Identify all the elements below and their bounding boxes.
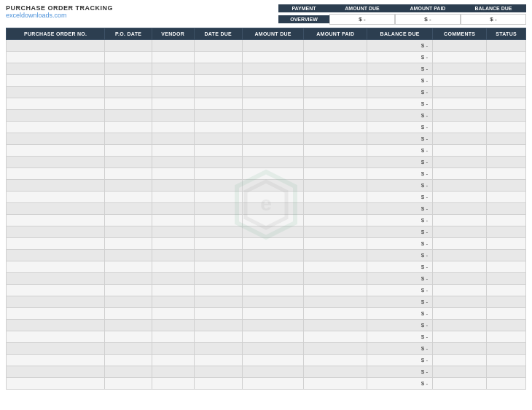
table-cell[interactable]	[105, 122, 152, 133]
table-cell[interactable]	[152, 215, 194, 226]
table-row[interactable]: $ -	[7, 273, 526, 285]
table-cell[interactable]	[194, 52, 242, 63]
table-cell[interactable]	[7, 63, 105, 75]
table-cell[interactable]: $ -	[367, 320, 433, 331]
table-row[interactable]: $ -	[7, 157, 526, 168]
table-cell[interactable]	[304, 145, 367, 157]
table-cell[interactable]: $ -	[367, 261, 433, 273]
table-cell[interactable]: $ -	[367, 285, 433, 296]
table-row[interactable]: $ -	[7, 87, 526, 98]
table-cell[interactable]	[194, 378, 242, 390]
table-cell[interactable]	[105, 343, 152, 355]
table-row[interactable]: $ -	[7, 98, 526, 110]
table-row[interactable]: $ -	[7, 296, 526, 308]
table-cell[interactable]	[433, 238, 487, 250]
table-cell[interactable]	[152, 378, 194, 390]
table-cell[interactable]: $ -	[367, 87, 433, 98]
table-cell[interactable]	[304, 250, 367, 261]
table-cell[interactable]	[433, 168, 487, 180]
table-cell[interactable]	[7, 87, 105, 98]
table-cell[interactable]	[304, 122, 367, 133]
table-cell[interactable]: $ -	[367, 215, 433, 226]
table-cell[interactable]	[7, 157, 105, 168]
table-cell[interactable]	[487, 110, 526, 122]
table-row[interactable]: $ -	[7, 40, 526, 52]
table-cell[interactable]: $ -	[367, 355, 433, 366]
table-cell[interactable]	[487, 133, 526, 145]
table-cell[interactable]	[487, 378, 526, 390]
table-cell[interactable]	[7, 366, 105, 378]
table-row[interactable]: $ -	[7, 133, 526, 145]
table-cell[interactable]	[242, 180, 303, 192]
table-cell[interactable]	[194, 296, 242, 308]
table-cell[interactable]: $ -	[367, 145, 433, 157]
table-cell[interactable]	[304, 331, 367, 343]
table-cell[interactable]	[304, 215, 367, 226]
table-cell[interactable]	[105, 110, 152, 122]
table-cell[interactable]	[304, 98, 367, 110]
table-cell[interactable]	[242, 238, 303, 250]
table-cell[interactable]	[242, 343, 303, 355]
table-cell[interactable]	[152, 203, 194, 215]
table-cell[interactable]	[194, 250, 242, 261]
table-cell[interactable]	[105, 320, 152, 331]
table-cell[interactable]	[242, 226, 303, 238]
table-cell[interactable]	[487, 87, 526, 98]
table-cell[interactable]	[433, 157, 487, 168]
table-cell[interactable]	[194, 261, 242, 273]
table-cell[interactable]	[7, 122, 105, 133]
table-cell[interactable]	[487, 285, 526, 296]
table-cell[interactable]	[105, 226, 152, 238]
table-cell[interactable]	[242, 40, 303, 52]
table-cell[interactable]	[433, 331, 487, 343]
table-cell[interactable]	[487, 355, 526, 366]
table-cell[interactable]	[7, 343, 105, 355]
table-cell[interactable]	[152, 63, 194, 75]
table-cell[interactable]	[105, 75, 152, 87]
table-cell[interactable]	[194, 110, 242, 122]
table-cell[interactable]	[242, 331, 303, 343]
table-row[interactable]: $ -	[7, 320, 526, 331]
table-cell[interactable]	[242, 87, 303, 98]
table-cell[interactable]	[304, 157, 367, 168]
table-cell[interactable]	[194, 122, 242, 133]
table-cell[interactable]	[242, 63, 303, 75]
table-cell[interactable]	[304, 110, 367, 122]
table-cell[interactable]	[7, 133, 105, 145]
table-cell[interactable]	[433, 261, 487, 273]
table-cell[interactable]	[433, 320, 487, 331]
table-cell[interactable]	[7, 180, 105, 192]
table-cell[interactable]	[242, 75, 303, 87]
table-cell[interactable]	[487, 343, 526, 355]
table-cell[interactable]	[304, 238, 367, 250]
table-cell[interactable]	[105, 52, 152, 63]
table-row[interactable]: $ -	[7, 238, 526, 250]
table-cell[interactable]	[487, 215, 526, 226]
table-cell[interactable]	[242, 145, 303, 157]
table-cell[interactable]	[433, 226, 487, 238]
table-cell[interactable]	[487, 366, 526, 378]
table-cell[interactable]	[304, 343, 367, 355]
table-cell[interactable]	[105, 366, 152, 378]
table-cell[interactable]	[433, 285, 487, 296]
table-cell[interactable]: $ -	[367, 122, 433, 133]
table-cell[interactable]	[304, 52, 367, 63]
table-cell[interactable]	[7, 192, 105, 203]
table-cell[interactable]	[242, 192, 303, 203]
table-cell[interactable]	[433, 366, 487, 378]
table-cell[interactable]	[433, 122, 487, 133]
table-cell[interactable]	[152, 98, 194, 110]
table-cell[interactable]	[152, 308, 194, 320]
table-cell[interactable]	[105, 296, 152, 308]
table-cell[interactable]: $ -	[367, 63, 433, 75]
table-cell[interactable]	[194, 75, 242, 87]
table-cell[interactable]	[304, 355, 367, 366]
table-row[interactable]: $ -	[7, 180, 526, 192]
table-cell[interactable]	[194, 226, 242, 238]
table-cell[interactable]	[487, 122, 526, 133]
table-cell[interactable]	[433, 87, 487, 98]
table-cell[interactable]	[433, 110, 487, 122]
table-cell[interactable]	[242, 296, 303, 308]
table-cell[interactable]	[152, 331, 194, 343]
table-cell[interactable]	[242, 52, 303, 63]
